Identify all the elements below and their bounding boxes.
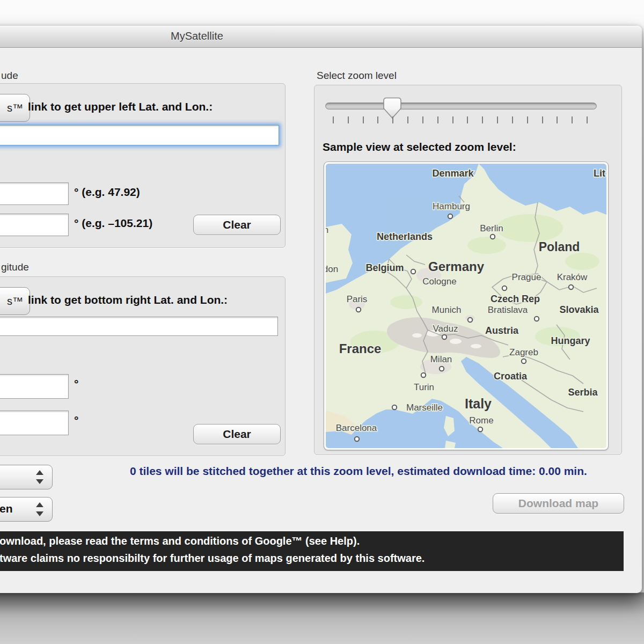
terms-banner: ownload, please read the terms and condi… <box>0 531 624 571</box>
map-city-dot-barcelona <box>355 437 359 441</box>
zoom-slider-ticks <box>333 116 601 124</box>
map-city-dot-prague <box>502 286 507 290</box>
upper-latitude-input[interactable] <box>0 182 69 205</box>
map-label-hungary: Hungary <box>551 335 590 346</box>
zoom-slider-tick <box>348 116 349 123</box>
map-label-czech-rep: Czech Rep <box>491 294 540 304</box>
zoom-slider-tick <box>407 116 408 123</box>
map-label-france: France <box>339 341 382 356</box>
map-label-netherlands: Netherlands <box>377 231 433 242</box>
zoom-slider-tick <box>557 116 558 123</box>
map-label-don: don <box>326 264 338 274</box>
zoom-slider-tick <box>377 116 378 123</box>
popup-top[interactable] <box>0 465 53 489</box>
upper-link-label: link to get upper left Lat. and Lon.: <box>28 100 213 113</box>
map-label-zagreb: Zagreb <box>509 347 538 357</box>
zoom-slider-tick <box>497 116 498 123</box>
terms-banner-line1: ownload, please read the terms and condi… <box>0 535 360 547</box>
zoom-slider-tick <box>422 116 423 123</box>
zoom-slider-tick <box>363 116 364 123</box>
map-label-denmark: Denmark <box>432 168 474 179</box>
paste-maps-link-button-lower[interactable]: s™ <box>0 287 30 315</box>
map-city-dot-berlin <box>491 235 495 239</box>
map-city-dot-turin <box>421 373 426 377</box>
upper-clear-button[interactable]: Clear <box>193 215 281 235</box>
lower-link-label: link to get bottom right Lat. and Lon.: <box>28 294 228 306</box>
map-city-dot-milan <box>440 367 444 371</box>
map-preview[interactable]: DenmarkLitNetherlandsPolandBelgiumGerman… <box>324 162 609 450</box>
map-city-dot-marseille <box>392 405 397 409</box>
paste-maps-link-button-lower-label: s™ <box>7 295 23 307</box>
zoom-slider-tick <box>333 116 334 123</box>
paste-maps-link-button-upper-label: s™ <box>7 102 23 114</box>
upper-longitude-example: ° (e.g. –105.21) <box>74 217 152 230</box>
map-label-croatia: Croatia <box>494 371 528 382</box>
map-label-serbia: Serbia <box>568 387 598 398</box>
upper-longitude-input[interactable] <box>0 214 69 236</box>
zoom-slider-track[interactable] <box>325 103 597 109</box>
popup-bottom-value: en <box>0 502 13 515</box>
map-city-dot-bratislava <box>535 317 539 321</box>
lower-longitude-input[interactable] <box>0 411 69 435</box>
map-city-dot-zagreb <box>522 359 526 363</box>
upper-latitude-example: ° (e.g. 47.92) <box>74 186 140 199</box>
map-label-m: m <box>326 225 328 235</box>
upper-maps-link-input[interactable] <box>0 125 279 145</box>
map-city-dot-vaduz <box>442 335 447 339</box>
popup-stepper-icon <box>36 470 43 485</box>
map-label-italy: Italy <box>465 396 492 411</box>
map-label-berlin: Berlin <box>480 223 503 233</box>
map-city-dot-hamburg <box>448 214 452 218</box>
desktop-background <box>0 592 644 644</box>
lower-clear-button[interactable]: Clear <box>193 424 281 444</box>
zoom-slider-tick <box>467 116 468 123</box>
map-label-paris: Paris <box>347 294 368 304</box>
lower-latitude-degree: ° <box>74 377 78 390</box>
upper-section-label: ude <box>1 70 18 82</box>
popup-stepper-icon <box>36 502 43 517</box>
lower-section-label: gitude <box>1 261 29 273</box>
zoom-slider-tick <box>482 116 483 123</box>
zoom-slider-tick <box>527 116 528 123</box>
lower-latitude-input[interactable] <box>0 374 69 399</box>
map-label-austria: Austria <box>485 325 519 336</box>
zoom-slider-thumb[interactable] <box>383 97 402 119</box>
map-label-hamburg: Hamburg <box>433 201 470 211</box>
map-label-barcelona: Barcelona <box>336 423 377 433</box>
map-label-prague: Prague <box>512 272 541 282</box>
zoom-slider-tick <box>392 116 393 123</box>
zoom-slider-tick <box>452 116 453 123</box>
map-label-rome: Rome <box>469 415 493 426</box>
map-label-vaduz: Vaduz <box>433 324 458 334</box>
zoom-section-label: Select zoom level <box>317 70 397 82</box>
map-label-turin: Turin <box>414 382 434 392</box>
map-label-belgium: Belgium <box>365 262 404 273</box>
lower-maps-link-input[interactable] <box>0 317 278 336</box>
map-label-bratislava: Bratislava <box>488 305 528 315</box>
map-city-dot-paris <box>356 308 361 312</box>
zoom-slider-tick <box>572 116 573 123</box>
map-label-marseille: Marseille <box>406 402 443 413</box>
map-label-munich: Munich <box>432 305 462 315</box>
zoom-slider-tick <box>587 116 588 123</box>
map-label-lit: Lit <box>594 168 605 179</box>
zoom-slider-tick <box>437 116 438 123</box>
map-city-dot-rome <box>478 427 482 431</box>
map-city-dot-munich <box>468 318 472 322</box>
zoom-slider-tick <box>542 116 543 123</box>
map-label-krak-w: Kraków <box>557 272 588 282</box>
map-label-poland: Poland <box>539 240 580 254</box>
sample-view-label: Sample view at selected zoom level: <box>323 141 516 153</box>
map-label-germany: Germany <box>428 259 485 274</box>
map-label-slovakia: Slovakia <box>559 304 599 315</box>
paste-maps-link-button-upper[interactable]: s™ <box>0 94 30 122</box>
popup-bottom[interactable]: en <box>0 497 53 522</box>
download-map-button[interactable]: Download map <box>493 493 624 514</box>
zoom-slider-tick <box>512 116 513 123</box>
map-label-milan: Milan <box>430 354 452 364</box>
map-city-dot-kraków <box>569 285 573 289</box>
tiles-status-text: 0 tiles will be stitched together at thi… <box>130 465 587 478</box>
window-titlebar[interactable]: MySatellite <box>0 26 642 48</box>
terms-banner-line2: tware claims no responsibilty for furthe… <box>0 552 425 565</box>
app-window: MySatellite ude s™ link to get upper lef… <box>0 26 642 593</box>
